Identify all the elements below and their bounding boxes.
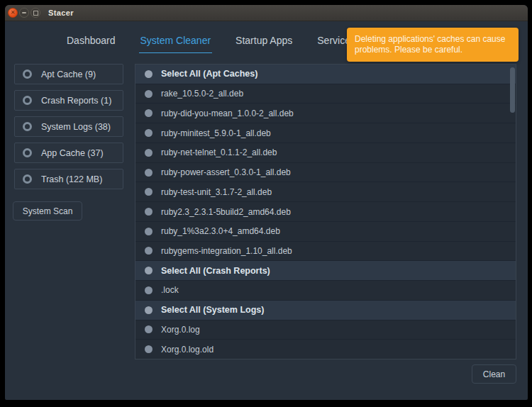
square-icon xyxy=(33,11,38,16)
tab-system-cleaner[interactable]: System Cleaner xyxy=(139,35,213,53)
radio-circle-icon xyxy=(23,174,32,184)
window-title: Stacer xyxy=(48,9,74,17)
checkbox-circle-icon[interactable] xyxy=(145,345,153,353)
checkbox-circle-icon[interactable] xyxy=(145,169,153,177)
row-label: ruby-power-assert_0.3.0-1_all.deb xyxy=(161,167,291,177)
checkbox-circle-icon[interactable] xyxy=(145,188,153,196)
warning-toast[interactable]: Deleting applications' caches can cause … xyxy=(347,28,519,62)
checkbox-circle-icon[interactable] xyxy=(145,247,153,255)
list-row[interactable]: ruby-net-telnet_0.1.1-2_all.deb xyxy=(135,143,516,163)
tab-startup-apps[interactable]: Startup Apps xyxy=(234,35,294,53)
close-button[interactable]: ✕ xyxy=(8,8,18,18)
checkbox-circle-icon[interactable] xyxy=(145,129,153,137)
list-row[interactable]: Xorg.0.log xyxy=(135,320,516,340)
row-label: Select All (Crash Reports) xyxy=(161,266,270,276)
list-row[interactable]: rake_10.5.0-2_all.deb xyxy=(135,84,516,104)
list-row[interactable]: Xorg.0.log.old xyxy=(135,340,516,359)
radio-circle-icon xyxy=(23,69,32,79)
clean-button[interactable]: Clean xyxy=(472,364,516,384)
row-label: ruby-did-you-mean_1.0.0-2_all.deb xyxy=(161,108,294,118)
list-row[interactable]: rubygems-integration_1.10_all.deb xyxy=(135,242,516,262)
radio-circle-icon xyxy=(23,148,32,157)
row-label: ruby-minitest_5.9.0-1_all.deb xyxy=(161,128,271,138)
list-row[interactable]: ruby-did-you-mean_1.0.0-2_all.deb xyxy=(135,104,516,123)
sidebar-item-label: Apt Cache (9) xyxy=(41,69,96,79)
row-label: Xorg.0.log.old xyxy=(161,345,214,355)
minimize-button[interactable] xyxy=(19,8,29,18)
row-label: Xorg.0.log xyxy=(161,325,200,335)
row-label: .lock xyxy=(161,285,179,295)
tab-dashboard[interactable]: Dashboard xyxy=(65,35,117,53)
list-scrollbar-thumb[interactable] xyxy=(510,67,515,113)
sidebar-item-system-logs[interactable]: System Logs (38) xyxy=(14,116,123,137)
checkbox-circle-icon[interactable] xyxy=(145,286,153,294)
sidebar-item-trash[interactable]: Trash (122 MB) xyxy=(14,169,123,189)
list-row[interactable]: ruby-power-assert_0.3.0-1_all.deb xyxy=(135,163,516,183)
list-row-select-all-crash[interactable]: Select All (Crash Reports) xyxy=(135,261,516,281)
checkbox-circle-icon[interactable] xyxy=(145,90,153,98)
minus-icon xyxy=(22,12,26,13)
sidebar-item-app-cache[interactable]: App Cache (37) xyxy=(14,143,123,163)
checkbox-circle-icon[interactable] xyxy=(145,228,153,235)
sidebar-item-label: Trash (122 MB) xyxy=(41,174,102,184)
row-label: Select All (System Logs) xyxy=(161,305,264,315)
checkbox-circle-icon[interactable] xyxy=(145,149,153,157)
row-label: rubygems-integration_1.10_all.deb xyxy=(161,246,292,256)
list-row[interactable]: ruby_1%3a2.3.0+4_amd64.deb xyxy=(135,222,516,242)
list-row[interactable]: ruby-test-unit_3.1.7-2_all.deb xyxy=(135,182,516,202)
system-scan-button[interactable]: System Scan xyxy=(13,201,82,221)
checkbox-circle-icon[interactable] xyxy=(145,70,153,78)
list-row[interactable]: ruby2.3_2.3.1-5build2_amd64.deb xyxy=(135,202,516,222)
checkbox-circle-icon[interactable] xyxy=(145,306,153,314)
list-row[interactable]: .lock xyxy=(135,281,516,301)
row-label: Select All (Apt Caches) xyxy=(161,69,257,79)
row-label: ruby-net-telnet_0.1.1-2_all.deb xyxy=(161,147,277,157)
row-label: ruby2.3_2.3.1-5build2_amd64.deb xyxy=(161,207,291,217)
list-row-select-all-apt[interactable]: Select All (Apt Caches) xyxy=(135,65,516,84)
sidebar-item-label: Crash Reports (1) xyxy=(41,96,111,106)
radio-circle-icon xyxy=(23,96,32,105)
row-label: ruby_1%3a2.3.0+4_amd64.deb xyxy=(161,226,280,236)
row-label: rake_10.5.0-2_all.deb xyxy=(161,89,243,99)
radio-circle-icon xyxy=(23,122,32,131)
maximize-button[interactable] xyxy=(31,8,40,18)
sidebar-item-label: App Cache (37) xyxy=(41,148,104,158)
sidebar-item-apt-cache[interactable]: Apt Cache (9) xyxy=(14,64,123,84)
checkbox-circle-icon[interactable] xyxy=(145,109,153,117)
row-label: ruby-test-unit_3.1.7-2_all.deb xyxy=(161,187,272,197)
titlebar: ✕ Stacer xyxy=(5,5,528,21)
checkbox-circle-icon[interactable] xyxy=(145,267,153,274)
sidebar-item-crash-reports[interactable]: Crash Reports (1) xyxy=(14,90,123,111)
cleaner-sidebar: Apt Cache (9) Crash Reports (1) System L… xyxy=(14,64,123,195)
sidebar-item-label: System Logs (38) xyxy=(41,122,111,132)
checkbox-circle-icon[interactable] xyxy=(145,325,153,333)
cleaner-file-list: Select All (Apt Caches) rake_10.5.0-2_al… xyxy=(135,64,516,359)
list-row[interactable]: ruby-minitest_5.9.0-1_all.deb xyxy=(135,123,516,143)
list-row-select-all-syslogs[interactable]: Select All (System Logs) xyxy=(135,301,516,320)
checkbox-circle-icon[interactable] xyxy=(145,208,153,216)
app-window: ✕ Stacer Dashboard System Cleaner Startu… xyxy=(5,5,528,400)
